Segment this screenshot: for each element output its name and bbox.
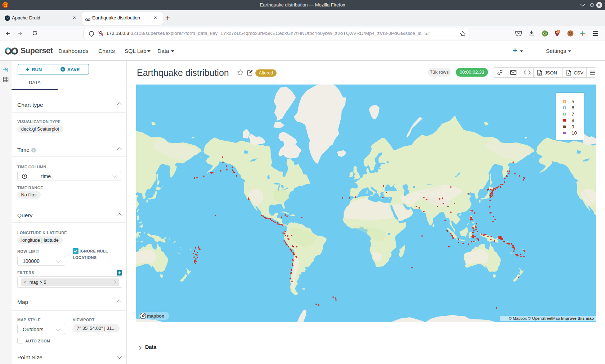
- svg-text:mapbox: mapbox: [147, 314, 164, 319]
- svg-text:2: 2: [558, 30, 560, 33]
- svg-text:x: x: [568, 72, 570, 75]
